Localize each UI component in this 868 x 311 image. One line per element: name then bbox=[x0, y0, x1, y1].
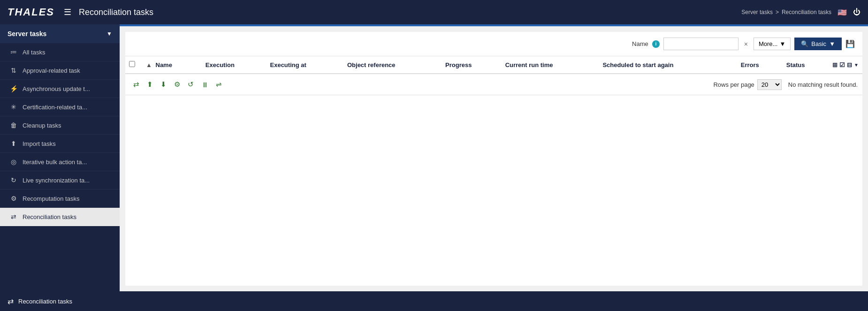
col-action-icon-3[interactable]: ⊟ bbox=[847, 61, 852, 68]
toolbar-row: ⇄ ⬆ ⬇ ⚙ ↺ ⏸ ⇌ bbox=[125, 74, 862, 95]
refresh-icon: ↺ bbox=[188, 80, 194, 89]
col-status-label: Status bbox=[786, 61, 805, 68]
logo: THALES bbox=[8, 6, 54, 18]
save-search-icon[interactable]: 💾 bbox=[845, 39, 855, 48]
col-executing-at[interactable]: Executing at bbox=[266, 56, 343, 74]
sidebar-item-iterative[interactable]: ◎ Iterative bulk action ta... bbox=[0, 153, 120, 171]
sidebar-item-live-sync[interactable]: ↻ Live synchronization ta... bbox=[0, 171, 120, 190]
more-label: More... bbox=[759, 40, 777, 47]
upload-button[interactable]: ⬆ bbox=[144, 78, 156, 91]
trash-icon: 🗑 bbox=[9, 121, 18, 129]
rows-per-page-select[interactable]: 5 10 20 50 100 bbox=[757, 79, 782, 90]
rows-per-page-label: Rows per page bbox=[713, 81, 754, 88]
col-action-dropdown-icon[interactable]: ▼ bbox=[854, 62, 859, 68]
sidebar: Server tasks ▼ ≔ All tasks ⇅ Approval-re… bbox=[0, 24, 120, 291]
sidebar-header-label: Server tasks bbox=[8, 30, 46, 38]
download-button[interactable]: ⬇ bbox=[157, 78, 170, 91]
breadcrumb-separator: > bbox=[776, 9, 779, 15]
col-action-icon-2[interactable]: ☑ bbox=[839, 61, 845, 68]
reconcile-icon: ⇄ bbox=[9, 213, 18, 220]
status-label: Reconciliation tasks bbox=[18, 298, 72, 305]
sidebar-item-label: Asynchronous update t... bbox=[23, 85, 90, 92]
info-icon[interactable]: i bbox=[652, 40, 660, 48]
clear-filter-icon[interactable]: × bbox=[742, 40, 750, 48]
data-table: ▲ Name Execution Executing at Object ref… bbox=[125, 56, 862, 74]
import-icon: ⬆ bbox=[9, 140, 18, 147]
approval-icon: ⇅ bbox=[9, 67, 18, 74]
col-status[interactable]: Status bbox=[783, 56, 829, 74]
search-icon: 🔍 bbox=[801, 40, 808, 47]
sidebar-item-label: Reconciliation tasks bbox=[23, 213, 76, 220]
col-progress-label: Progress bbox=[445, 61, 472, 68]
status-bar: ⇄ Reconciliation tasks bbox=[0, 291, 868, 311]
top-border bbox=[120, 24, 868, 26]
sidebar-header[interactable]: Server tasks ▼ bbox=[0, 24, 120, 43]
basic-arrow-icon: ▼ bbox=[829, 40, 835, 47]
basic-search-button[interactable]: 🔍 Basic ▼ bbox=[794, 38, 842, 50]
breadcrumb-current: Reconciliation tasks bbox=[782, 9, 831, 15]
sort-arrow-icon: ▲ bbox=[146, 61, 152, 68]
gear-icon: ⚙ bbox=[174, 80, 180, 89]
settings-button[interactable]: ⚙ bbox=[171, 78, 183, 91]
sidebar-item-label: Live synchronization ta... bbox=[23, 177, 90, 184]
rows-per-page-control: Rows per page 5 10 20 50 100 bbox=[713, 79, 781, 90]
col-current-run-time-label: Current run time bbox=[505, 61, 553, 68]
list-icon: ≔ bbox=[9, 48, 18, 56]
col-progress[interactable]: Progress bbox=[442, 56, 502, 74]
sidebar-item-reconciliation[interactable]: ⇄ Reconciliation tasks bbox=[0, 208, 120, 226]
navbar: THALES ☰ Reconciliation tasks Server tas… bbox=[0, 0, 868, 24]
sidebar-item-all-tasks[interactable]: ≔ All tasks bbox=[0, 43, 120, 61]
sidebar-item-label: All tasks bbox=[23, 49, 45, 56]
table-header-row: ▲ Name Execution Executing at Object ref… bbox=[125, 56, 862, 74]
pause-button[interactable]: ⏸ bbox=[198, 78, 212, 91]
name-search-input[interactable] bbox=[663, 38, 739, 50]
sidebar-item-certification[interactable]: ✳ Certification-related ta... bbox=[0, 98, 120, 116]
status-reconcile-icon: ⇄ bbox=[8, 297, 14, 306]
async-icon: ⚡ bbox=[9, 85, 18, 92]
filter-bar: Name i × More... ▼ 🔍 Basic ▼ 💾 bbox=[125, 32, 862, 56]
col-action-icon-1[interactable]: ⊞ bbox=[832, 61, 838, 68]
sidebar-item-recomputation[interactable]: ⚙ Recomputation tasks bbox=[0, 190, 120, 208]
more-filters-button[interactable]: More... ▼ bbox=[754, 38, 791, 50]
col-current-run-time[interactable]: Current run time bbox=[502, 56, 599, 74]
col-object-reference-label: Object reference bbox=[347, 61, 396, 68]
flag-icon: 🇺🇸 bbox=[836, 8, 848, 16]
sidebar-item-import[interactable]: ⬆ Import tasks bbox=[0, 135, 120, 153]
col-actions: ⊞ ☑ ⊟ ▼ bbox=[829, 56, 862, 74]
select-all-checkbox-col[interactable] bbox=[125, 56, 142, 74]
sidebar-item-async[interactable]: ⚡ Asynchronous update t... bbox=[0, 80, 120, 98]
power-icon[interactable]: ⏻ bbox=[853, 8, 860, 16]
sidebar-item-cleanup[interactable]: 🗑 Cleanup tasks bbox=[0, 116, 120, 135]
filter-name-label: Name bbox=[632, 40, 648, 47]
resume-button[interactable]: ⇌ bbox=[213, 78, 225, 91]
refresh-button[interactable]: ↺ bbox=[184, 78, 197, 91]
sidebar-item-label: Approval-related task bbox=[23, 67, 80, 74]
page-title: Reconciliation tasks bbox=[79, 8, 741, 17]
reconcile-button[interactable]: ⇄ bbox=[130, 78, 143, 91]
chevron-down-icon: ▼ bbox=[107, 30, 112, 37]
col-name-label: Name bbox=[156, 61, 172, 68]
sidebar-item-label: Cleanup tasks bbox=[23, 122, 61, 129]
select-all-checkbox[interactable] bbox=[129, 61, 135, 67]
iterative-icon: ◎ bbox=[9, 158, 18, 166]
col-scheduled[interactable]: Scheduled to start again bbox=[599, 56, 737, 74]
cert-icon: ✳ bbox=[9, 103, 18, 111]
breadcrumb: Server tasks > Reconciliation tasks bbox=[741, 9, 831, 15]
recompute-icon: ⚙ bbox=[9, 195, 18, 202]
download-icon: ⬇ bbox=[160, 80, 167, 89]
reconcile-icon: ⇄ bbox=[133, 80, 139, 89]
sidebar-item-label: Import tasks bbox=[23, 140, 56, 147]
col-errors-label: Errors bbox=[741, 61, 759, 68]
pause-icon: ⏸ bbox=[201, 81, 208, 89]
breadcrumb-parent[interactable]: Server tasks bbox=[741, 9, 773, 15]
col-object-reference[interactable]: Object reference bbox=[343, 56, 442, 74]
sidebar-item-approval[interactable]: ⇅ Approval-related task bbox=[0, 61, 120, 80]
col-execution[interactable]: Execution bbox=[202, 56, 266, 74]
col-execution-label: Execution bbox=[206, 61, 235, 68]
sync-icon: ↻ bbox=[9, 176, 18, 184]
col-name[interactable]: ▲ Name bbox=[142, 56, 202, 74]
col-errors[interactable]: Errors bbox=[737, 56, 783, 74]
col-scheduled-label: Scheduled to start again bbox=[602, 61, 673, 68]
sidebar-item-label: Certification-related ta... bbox=[23, 104, 87, 111]
hamburger-icon[interactable]: ☰ bbox=[64, 7, 71, 17]
